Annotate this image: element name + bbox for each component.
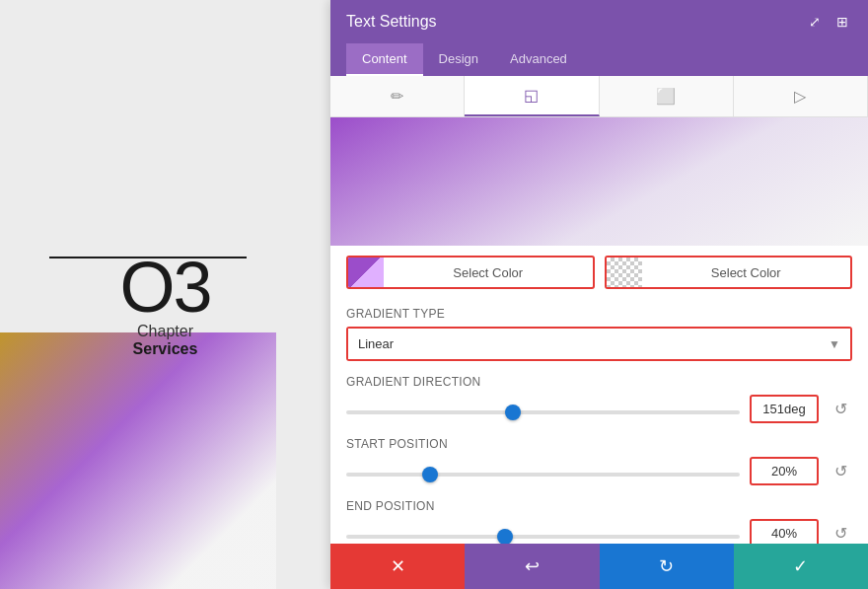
gradient-direction-reset[interactable]: ↺ bbox=[829, 400, 852, 418]
gradient-direction-slider-wrapper bbox=[346, 401, 740, 418]
confirm-icon: ✓ bbox=[793, 555, 808, 577]
settings-header: Text Settings ⤢ ⊞ bbox=[330, 0, 868, 43]
gradient-preview bbox=[330, 117, 868, 246]
redo-button[interactable]: ↻ bbox=[600, 544, 734, 589]
color-select-label-2: Select Color bbox=[642, 265, 851, 280]
confirm-button[interactable]: ✓ bbox=[734, 544, 868, 589]
gradient-direction-value[interactable]: 151deg bbox=[750, 395, 819, 423]
color-swatch-1 bbox=[348, 258, 384, 287]
settings-body: Gradient Type Linear Radial Conic ▼ Grad… bbox=[330, 299, 868, 544]
header-icons: ⤢ ⊞ bbox=[805, 12, 852, 32]
start-position-slider-row: 20% ↺ bbox=[346, 457, 852, 485]
start-position-reset[interactable]: ↺ bbox=[829, 462, 852, 480]
tabs-row: Content Design Advanced bbox=[330, 43, 868, 76]
end-position-slider-wrapper bbox=[346, 525, 740, 543]
undo-button[interactable]: ↩ bbox=[465, 544, 599, 589]
chapter-info: O3 Chapter Services bbox=[119, 252, 210, 358]
end-position-row: End Position 40% ↺ bbox=[346, 499, 852, 544]
bottom-toolbar: ✕ ↩ ↻ ✓ bbox=[330, 544, 868, 589]
end-position-value[interactable]: 40% bbox=[750, 519, 819, 544]
background-icon: ◱ bbox=[524, 86, 539, 105]
cancel-icon: ✕ bbox=[391, 555, 405, 577]
end-position-label: End Position bbox=[346, 499, 852, 513]
image-icon: ⬜ bbox=[656, 87, 676, 106]
sub-icon-text[interactable]: ✏ bbox=[330, 76, 465, 116]
start-position-slider-wrapper bbox=[346, 463, 740, 480]
chapter-number: O3 bbox=[119, 252, 210, 323]
gradient-type-label: Gradient Type bbox=[346, 307, 852, 321]
gradient-type-dropdown-wrapper: Linear Radial Conic ▼ bbox=[346, 327, 852, 361]
gradient-direction-slider-row: 151deg ↺ bbox=[346, 395, 852, 423]
end-position-reset[interactable]: ↺ bbox=[829, 524, 852, 543]
color-selectors: Select Color Select Color bbox=[330, 246, 868, 299]
gradient-direction-label: Gradient Direction bbox=[346, 375, 852, 389]
start-position-slider[interactable] bbox=[346, 473, 740, 477]
color-swatch-2 bbox=[607, 258, 642, 287]
start-position-row: Start Position 20% ↺ bbox=[346, 437, 852, 485]
settings-title: Text Settings bbox=[346, 13, 437, 31]
video-icon: ▷ bbox=[794, 87, 806, 106]
grid-icon[interactable]: ⊞ bbox=[832, 12, 852, 32]
start-position-value[interactable]: 20% bbox=[750, 457, 819, 485]
redo-icon: ↻ bbox=[659, 555, 674, 577]
tab-advanced[interactable]: Advanced bbox=[494, 43, 583, 76]
color-select-btn-1[interactable]: Select Color bbox=[346, 256, 595, 289]
gradient-type-select[interactable]: Linear Radial Conic bbox=[348, 329, 850, 359]
settings-panel: Text Settings ⤢ ⊞ Content Design Advance… bbox=[330, 0, 868, 589]
tab-design[interactable]: Design bbox=[423, 43, 494, 76]
start-position-label: Start Position bbox=[346, 437, 852, 451]
color-select-label-1: Select Color bbox=[384, 265, 593, 280]
end-position-slider-row: 40% ↺ bbox=[346, 519, 852, 544]
sub-icon-background[interactable]: ◱ bbox=[465, 76, 599, 116]
gradient-direction-row: Gradient Direction 151deg ↺ bbox=[346, 375, 852, 423]
color-select-btn-2[interactable]: Select Color bbox=[605, 256, 853, 289]
expand-icon[interactable]: ⤢ bbox=[805, 12, 825, 32]
content-area: Select Color Select Color Gradient Type … bbox=[330, 117, 868, 544]
tab-content[interactable]: Content bbox=[346, 43, 423, 76]
sub-icons-row: ✏ ◱ ⬜ ▷ bbox=[330, 76, 868, 117]
end-position-slider[interactable] bbox=[346, 535, 740, 539]
sub-icon-image[interactable]: ⬜ bbox=[600, 76, 734, 116]
sub-icon-video[interactable]: ▷ bbox=[734, 76, 868, 116]
left-panel: O3 Chapter Services bbox=[0, 0, 330, 589]
text-icon: ✏ bbox=[391, 87, 403, 106]
chapter-services: Services bbox=[119, 340, 210, 358]
gradient-type-row: Gradient Type Linear Radial Conic ▼ bbox=[346, 307, 852, 361]
cancel-button[interactable]: ✕ bbox=[330, 544, 465, 589]
undo-icon: ↩ bbox=[525, 555, 540, 577]
bg-gradient bbox=[0, 332, 276, 589]
gradient-direction-slider[interactable] bbox=[346, 410, 740, 414]
